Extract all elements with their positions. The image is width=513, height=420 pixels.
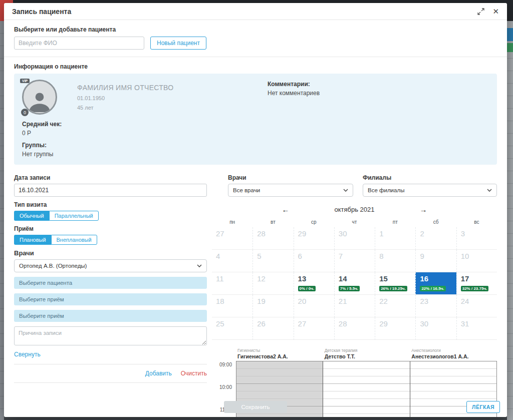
calendar-day-30: 30 [415,317,456,340]
patient-identity: ФАМИЛИЯ ИМЯ ОТЧЕСТВО 01.01.1950 45 лет [77,80,268,115]
calendar-header: ← октябрь 2021 → [212,204,497,215]
doctor-select-value: Ортопед А.В. (Ортопеды) [19,263,87,269]
theme-toggle-button[interactable]: ЛЁГКАЯ [466,401,500,413]
day-number: 20 [298,297,333,305]
calendar-day-29: 29 [294,227,334,250]
select-patient-bar[interactable]: Выберите пациента [14,277,207,289]
occupancy-badge: 22% / 16.5ч. [420,286,445,291]
doctor-select[interactable]: Ортопед А.В. (Ортопеды) [14,259,207,272]
new-patient-button[interactable]: Новый пациент [150,37,206,50]
add-link[interactable]: Добавить [145,370,172,377]
patient-stats: Средний чек: 0 Р Группы: Нет группы [22,121,489,158]
close-icon[interactable]: ✕ [492,8,499,15]
appointment-modal: Запись пациента ✕ Выберите или добавьте … [4,3,507,417]
calendar-day-4: 4 [212,250,252,272]
day-number: 29 [379,319,414,328]
weekday-label: вт [252,217,293,227]
reason-textarea[interactable] [14,326,207,345]
comments-value: Нет комментариев [268,90,489,97]
reception-label: Приём [14,225,207,232]
occupancy-badge: 7% / 5.5ч. [339,286,360,291]
day-number: 8 [379,252,414,260]
clear-link[interactable]: Очистить [181,370,207,377]
schedule-column-header: АнестезиологиАнестезиологов1 А.А. [410,348,497,361]
filter-branches-select[interactable]: Все филиалы [363,184,497,197]
divider [14,364,207,364]
calendar-prev-arrow[interactable]: ← [282,205,289,214]
day-number: 4 [216,252,251,260]
calendar-weekdays: пнвтсрчтптсбвс [212,217,497,227]
patient-avatar: VIP 0 [22,80,57,115]
doctor-group-label: Гигиенисты [237,348,322,353]
calendar-day-31: 31 [456,317,497,340]
day-number: 5 [257,252,292,260]
collapse-icon[interactable] [477,8,484,15]
avg-check-label: Средний чек: [22,121,489,128]
divider [14,382,207,383]
groups-label: Группы: [22,142,489,149]
modal-header: Запись пациента ✕ [4,3,507,20]
comments-label: Комментарии: [268,81,489,88]
weekday-label: вс [456,217,497,227]
day-number: 11 [216,274,251,283]
patient-name-input[interactable] [14,37,144,50]
calendar-day-23: 23 [415,295,456,317]
calendar-day-1: 1 [375,227,415,250]
modal-footer: Сохранить ЛЁГКАЯ [4,401,507,414]
day-number: 12 [257,274,292,283]
schedule-column-header: ГигиенистыГигиенистова2 А.А. [236,348,323,361]
calendar-day-19: 19 [252,295,293,317]
avg-check-value: 0 Р [22,130,489,137]
calendar-day-18: 18 [212,295,252,317]
save-button[interactable]: Сохранить [224,401,287,413]
form-left-column: Дата записи Тип визита Обычный Параллель… [14,170,207,417]
filter-doctors-value: Все врачи [233,187,260,193]
calendar-day-15[interactable]: 1526% / 19.25ч. [375,272,415,295]
patient-comments: Комментарии: Нет комментариев [268,80,489,115]
calendar-day-8: 8 [375,250,415,272]
calendar-day-28: 28 [334,317,375,340]
day-number: 1 [379,229,414,238]
day-number: 9 [420,252,455,260]
calendar-day-21: 21 [334,295,375,317]
visit-type-parallel-button[interactable]: Параллельный [49,211,99,221]
day-number: 31 [461,319,496,328]
reception-toggle: Плановый Внеплановый [14,235,207,245]
visit-type-usual-button[interactable]: Обычный [14,211,49,221]
calendar-day-16[interactable]: 1622% / 16.5ч. [415,272,456,295]
day-number: 22 [379,297,414,305]
calendar-day-27: 27 [212,227,252,250]
select-reception-bar[interactable]: Выберите приём [14,310,207,322]
collapse-link[interactable]: Свернуть [14,351,41,358]
groups-value: Нет группы [22,151,489,158]
calendar-day-17[interactable]: 1732% / 23.75ч. [456,272,497,295]
patient-search-section: Выберите или добавьте пациента Новый пац… [4,20,507,57]
patient-birthdate: 01.01.1950 [77,95,268,101]
calendar-month-title: октябрь 2021 [334,206,374,213]
calendar-day-14[interactable]: 147% / 5.5ч. [334,272,375,295]
background-table-edge-left [0,21,4,420]
calendar-day-9: 9 [415,250,456,272]
select-reception-bar[interactable]: Выберите приём [14,293,207,305]
filter-branches-label: Филиалы [363,174,497,181]
weekday-label: сб [415,217,456,227]
calendar-next-arrow[interactable]: → [420,205,427,214]
reception-planned-button[interactable]: Плановый [14,235,51,245]
calendar-day-10: 10 [456,250,497,272]
day-number: 29 [298,229,333,238]
background-fragment [507,43,513,52]
weekday-label: пт [375,217,415,227]
calendar-day-28: 28 [252,227,293,250]
date-input[interactable] [14,184,207,197]
reception-unplanned-button[interactable]: Внеплановый [51,235,97,245]
calendar-day-13[interactable]: 130% / 0ч. [294,272,334,295]
filter-doctors-label: Врачи [228,174,353,181]
occupancy-badge: 32% / 23.75ч. [461,286,489,291]
filter-doctors-select[interactable]: Все врачи [228,184,353,197]
day-number: 24 [461,297,496,305]
calendar-day-24: 24 [456,295,497,317]
day-number: 21 [339,297,374,305]
chevron-down-icon [343,189,348,192]
calendar-day-2: 2 [415,227,456,250]
visit-type-label: Тип визита [14,201,207,208]
